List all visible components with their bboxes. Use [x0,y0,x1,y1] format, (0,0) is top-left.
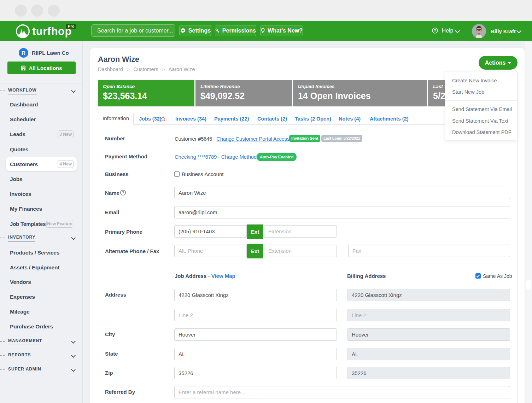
svg-text:?: ? [122,191,124,195]
svg-text:?: ? [434,29,436,33]
